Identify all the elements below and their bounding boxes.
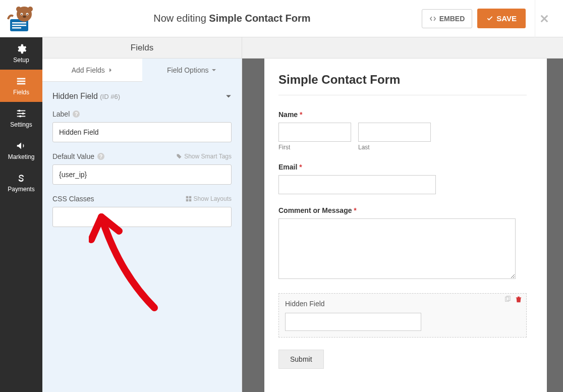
nav-label: Marketing — [8, 153, 35, 160]
top-bar: Now editing Simple Contact Form EMBED SA… — [0, 0, 563, 37]
panel-tabs: Add Fields Field Options — [42, 59, 242, 82]
save-button[interactable]: SAVE — [477, 9, 526, 28]
svg-point-11 — [28, 7, 33, 12]
chevron-right-icon — [108, 68, 113, 73]
svg-rect-23 — [186, 199, 188, 202]
section-header[interactable]: Hidden Field (ID #6) — [52, 82, 232, 110]
tag-icon — [176, 153, 182, 159]
svg-rect-13 — [17, 81, 26, 82]
tab-label: Add Fields — [72, 66, 105, 74]
css-classes-row: CSS Classes Show Layouts — [52, 195, 232, 227]
email-input[interactable] — [278, 175, 436, 194]
field-label-text: Default Value — [52, 152, 94, 160]
grid-icon — [186, 196, 192, 202]
preview-area: Simple Contact Form Name * First Last Em… — [242, 37, 563, 392]
submit-button[interactable]: Submit — [278, 350, 324, 369]
nav-fields[interactable]: Fields — [0, 70, 42, 102]
form-preview: Simple Contact Form Name * First Last Em… — [264, 59, 547, 392]
svg-rect-24 — [189, 199, 191, 202]
dollar-icon — [16, 173, 27, 184]
editing-form-name: Simple Contact Form — [209, 13, 310, 24]
bullhorn-icon — [16, 140, 27, 151]
close-icon — [539, 14, 549, 24]
chevron-down-icon — [211, 68, 216, 73]
list-icon — [16, 76, 27, 87]
hidden-field-input[interactable] — [285, 313, 421, 331]
tab-field-options[interactable]: Field Options — [142, 59, 242, 82]
svg-rect-1 — [12, 22, 26, 24]
default-value-input[interactable] — [52, 164, 232, 185]
field-label-text: Label — [52, 110, 70, 118]
form-title: Simple Contact Form — [278, 73, 547, 87]
nav-setup[interactable]: Setup — [0, 37, 42, 70]
required-mark: * — [298, 110, 302, 119]
nav-payments[interactable]: Payments — [0, 166, 42, 199]
tab-label: Field Options — [167, 66, 208, 74]
show-smart-tags[interactable]: Show Smart Tags — [176, 153, 232, 160]
preview-header-bg — [242, 37, 563, 59]
code-icon — [429, 15, 436, 22]
svg-point-10 — [16, 7, 21, 12]
email-field[interactable]: Email * — [278, 163, 547, 194]
nav-settings[interactable]: Settings — [0, 102, 42, 134]
svg-rect-21 — [186, 196, 188, 199]
label-field-row: Label ? — [52, 110, 232, 142]
tab-add-fields[interactable]: Add Fields — [42, 59, 142, 82]
last-name-input[interactable] — [358, 123, 431, 142]
save-label: SAVE — [496, 14, 517, 23]
svg-point-18 — [18, 109, 20, 111]
section-id: (ID #6) — [100, 93, 120, 100]
help-icon[interactable]: ? — [73, 110, 80, 118]
trash-icon[interactable] — [515, 296, 522, 303]
required-mark: * — [352, 206, 356, 214]
embed-button[interactable]: EMBED — [422, 9, 473, 28]
svg-rect-12 — [17, 78, 26, 80]
chevron-down-icon — [226, 93, 232, 99]
nav-marketing[interactable]: Marketing — [0, 134, 42, 166]
required-mark: * — [297, 163, 302, 171]
name-label: Name — [278, 110, 298, 119]
svg-rect-3 — [12, 27, 21, 29]
duplicate-icon[interactable] — [504, 296, 511, 303]
embed-label: EMBED — [439, 15, 465, 23]
svg-rect-14 — [17, 83, 26, 85]
field-label-text: CSS Classes — [52, 195, 94, 203]
section-name: Hidden Field — [52, 92, 98, 100]
sliders-icon — [16, 108, 27, 119]
close-button[interactable] — [535, 0, 553, 37]
panel-header: Fields — [42, 37, 242, 59]
css-classes-input[interactable] — [52, 207, 232, 227]
svg-rect-2 — [12, 25, 26, 26]
page-title: Now editing Simple Contact Form — [42, 13, 422, 24]
name-field[interactable]: Name * First Last — [278, 110, 547, 151]
hidden-field-block[interactable]: Hidden Field — [278, 293, 527, 338]
nav-label: Settings — [10, 121, 32, 128]
svg-point-20 — [19, 115, 21, 117]
svg-rect-22 — [189, 196, 191, 199]
sidebar-nav: Setup Fields Settings Marketing Payments — [0, 37, 42, 392]
svg-rect-16 — [17, 113, 26, 114]
field-options-panel: Fields Add Fields Field Options Hidden F… — [42, 37, 242, 392]
comment-label: Comment or Message — [278, 206, 352, 214]
divider — [278, 95, 527, 95]
last-sublabel: Last — [358, 144, 431, 151]
nav-label: Payments — [8, 186, 34, 193]
gear-icon — [16, 43, 27, 54]
first-name-input[interactable] — [278, 123, 351, 142]
email-label: Email — [278, 163, 297, 171]
label-input[interactable] — [52, 122, 232, 142]
svg-point-8 — [27, 14, 28, 15]
show-layouts[interactable]: Show Layouts — [186, 195, 232, 202]
help-icon[interactable]: ? — [97, 153, 104, 160]
nav-label: Setup — [13, 57, 29, 64]
first-sublabel: First — [278, 144, 351, 151]
default-value-row: Default Value ? Show Smart Tags — [52, 152, 232, 185]
editing-prefix: Now editing — [153, 13, 209, 24]
comment-textarea[interactable] — [278, 218, 516, 279]
svg-rect-15 — [17, 110, 26, 111]
svg-point-9 — [23, 15, 26, 17]
comment-field[interactable]: Comment or Message * — [278, 206, 547, 281]
svg-point-7 — [21, 14, 22, 15]
logo — [0, 0, 42, 37]
nav-label: Fields — [13, 89, 29, 96]
